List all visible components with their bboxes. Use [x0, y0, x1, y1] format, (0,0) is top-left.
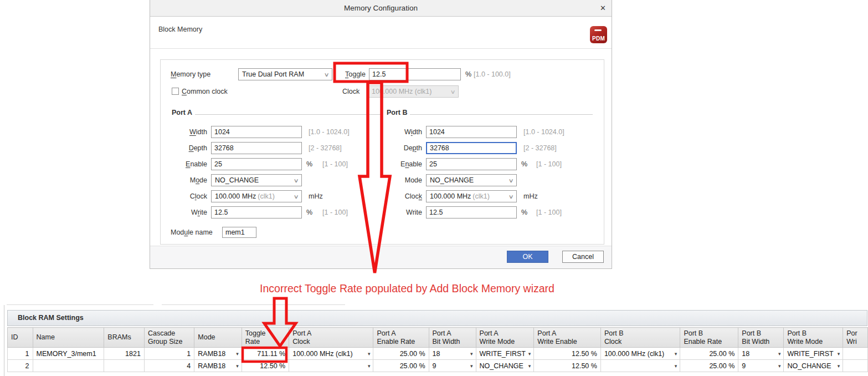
cell-value: WRITE_FIRST [787, 350, 833, 358]
portb-mode-select[interactable]: NO_CHANGE ∨ [426, 174, 517, 186]
cell-brams[interactable]: 1821 [104, 348, 145, 360]
cell-pa-enable[interactable]: 25.00 % [373, 348, 429, 360]
col-header-pa-clock[interactable]: Port A Clock [289, 328, 373, 348]
porta-clock-select[interactable]: 100.000 MHz (clk1) ∨ [211, 190, 302, 202]
chevron-down-icon: ∨ [450, 89, 455, 95]
table-row: 24RAMB18▾12.50 %▾25.00 %9▾NO_CHANGE▾12.5… [8, 360, 868, 372]
dropdown-arrow-icon: ▾ [236, 350, 239, 356]
dropdown-arrow-icon: ▾ [838, 363, 840, 368]
col-header-pb-enable[interactable]: Port B Enable Rate [680, 328, 738, 348]
cancel-button[interactable]: Cancel [562, 251, 604, 263]
col-header-toggle-rate[interactable]: Toggle Rate [242, 328, 289, 348]
toggle-unit: % [465, 68, 471, 80]
col-header-pb-writeenable[interactable]: Por Wri [843, 328, 868, 348]
close-icon[interactable]: ✕ [600, 0, 606, 17]
cell-pb-clock[interactable]: 100.000 MHz (clk1)▾ [600, 348, 680, 360]
portb-clock-value: 100.000 MHz [430, 192, 471, 200]
cell-value: WRITE_FIRST [480, 350, 526, 358]
memory-config-form-panel: Memory type True Dual Port RAM ∨ Toggle … [160, 59, 604, 245]
cell-pb-clock[interactable]: ▾ [600, 360, 680, 372]
col-header-pb-writemode[interactable]: Port B Write Mode [784, 328, 843, 348]
memory-type-select[interactable]: True Dual Port RAM ∨ [238, 68, 332, 80]
col-header-name[interactable]: Name [33, 328, 104, 348]
write-row: Write % [1 - 100] Write % [1 - 100] [161, 206, 604, 219]
block-ram-settings-panel: Block RAM Settings IDNameBRAMsCascade Gr… [4, 305, 868, 376]
cell-name[interactable] [33, 360, 104, 372]
portb-write-range: [1 - 100] [536, 206, 562, 219]
cell-mode[interactable]: RAMB18▾ [194, 360, 242, 372]
col-header-cascade[interactable]: Cascade Group Size [144, 328, 194, 348]
cell-pa-writeenable[interactable]: 12.50 % [534, 360, 601, 372]
portb-write-input[interactable] [426, 206, 517, 219]
cell-pb-writeenable[interactable] [843, 360, 868, 372]
chevron-down-icon: ∨ [293, 194, 299, 200]
portb-enable-label: Enable [386, 158, 422, 170]
porta-width-input[interactable] [211, 126, 302, 138]
ok-button[interactable]: OK [507, 251, 548, 263]
col-header-pb-clock[interactable]: Port B Clock [600, 328, 680, 348]
cell-pa-clock[interactable]: 100.000 MHz (clk1)▾ [289, 348, 373, 360]
col-header-mode[interactable]: Mode [194, 328, 242, 348]
col-header-id[interactable]: ID [8, 328, 33, 348]
dialog-titlebar[interactable]: Memory Configuration ✕ [150, 0, 612, 17]
toggle-rate-input[interactable] [369, 68, 461, 80]
porta-write-input[interactable] [211, 206, 302, 219]
cell-name[interactable]: MEMORY_3/mem1 [33, 348, 104, 360]
mode-row: Mode NO_CHANGE ∨ Mode NO_CHANGE ∨ [161, 174, 604, 186]
portb-depth-input[interactable] [426, 142, 517, 154]
portb-enable-input[interactable] [426, 158, 517, 170]
cell-value: NO_CHANGE [480, 362, 523, 370]
depth-row: Depth [2 - 32768] Depth [2 - 32768] [161, 142, 604, 154]
cell-pa-writemode[interactable]: WRITE_FIRST▾ [476, 348, 534, 360]
cell-pb-enable[interactable]: 25.00 % [680, 348, 738, 360]
cell-value: 9 [742, 362, 746, 370]
cell-pa-writemode[interactable]: NO_CHANGE▾ [476, 360, 534, 372]
cell-pb-enable[interactable]: 25.00 % [680, 360, 738, 372]
col-header-brams[interactable]: BRAMs [104, 328, 145, 348]
block-ram-settings-table: IDNameBRAMsCascade Group SizeModeToggle … [7, 327, 868, 372]
cell-pa-bitwidth[interactable]: 9▾ [429, 360, 476, 372]
cell-mode[interactable]: RAMB18▾ [194, 348, 242, 360]
cell-pa-clock[interactable]: ▾ [289, 360, 373, 372]
cell-pb-writemode[interactable]: WRITE_FIRST▾ [784, 348, 843, 360]
dropdown-arrow-icon: ▾ [470, 363, 473, 368]
cell-toggle-rate[interactable]: 12.50 % [242, 360, 289, 372]
chevron-down-icon: ∨ [508, 194, 513, 200]
portb-write-label: Write [386, 206, 422, 219]
toggle-label: Toggle [345, 68, 366, 80]
table-header-row: IDNameBRAMsCascade Group SizeModeToggle … [8, 328, 868, 348]
cell-toggle-rate[interactable]: 711.11 % [242, 348, 289, 360]
cell-pb-bitwidth[interactable]: 9▾ [738, 360, 784, 372]
cell-pb-writemode[interactable]: NO_CHANGE▾ [784, 360, 843, 372]
chevron-down-icon: ∨ [293, 177, 299, 184]
cell-pa-bitwidth[interactable]: 18▾ [429, 348, 476, 360]
cell-id: 1 [8, 348, 33, 360]
portb-width-input[interactable] [426, 126, 517, 138]
dropdown-arrow-icon: ▾ [838, 350, 840, 356]
cell-pb-writeenable[interactable] [843, 348, 868, 360]
common-clock-checkbox[interactable] [172, 88, 179, 95]
cell-pa-writeenable[interactable]: 12.50 % [534, 348, 601, 360]
port-b-section-title: Port B [387, 109, 408, 116]
porta-depth-input[interactable] [211, 142, 302, 154]
porta-enable-input[interactable] [211, 158, 302, 170]
porta-clock-value: 100.000 MHz [215, 192, 256, 200]
cell-brams[interactable] [104, 360, 145, 372]
module-name-row: Module name [161, 226, 604, 238]
dropdown-arrow-icon: ▾ [675, 363, 677, 368]
dialog-subheader: Block Memory PDM [150, 17, 612, 49]
cell-cascade[interactable]: 4 [144, 360, 194, 372]
cell-pa-enable[interactable]: 25.00 % [373, 360, 429, 372]
cell-pb-bitwidth[interactable]: 18▾ [738, 348, 784, 360]
col-header-pa-enable[interactable]: Port A Enable Rate [373, 328, 429, 348]
col-header-pa-bitwidth[interactable]: Port A Bit Width [429, 328, 476, 348]
porta-mode-select[interactable]: NO_CHANGE ∨ [211, 174, 302, 186]
portb-clock-name: (clk1) [472, 192, 506, 200]
cell-cascade[interactable]: 1 [144, 348, 194, 360]
col-header-pa-writeenable[interactable]: Port A Write Enable [534, 328, 601, 348]
memory-configuration-dialog: Memory Configuration ✕ Block Memory PDM … [150, 0, 612, 269]
portb-clock-select[interactable]: 100.000 MHz (clk1) ∨ [426, 190, 517, 202]
module-name-input[interactable] [222, 227, 256, 238]
col-header-pb-bitwidth[interactable]: Port B Bit Width [738, 328, 784, 348]
col-header-pa-writemode[interactable]: Port A Write Mode [476, 328, 534, 348]
